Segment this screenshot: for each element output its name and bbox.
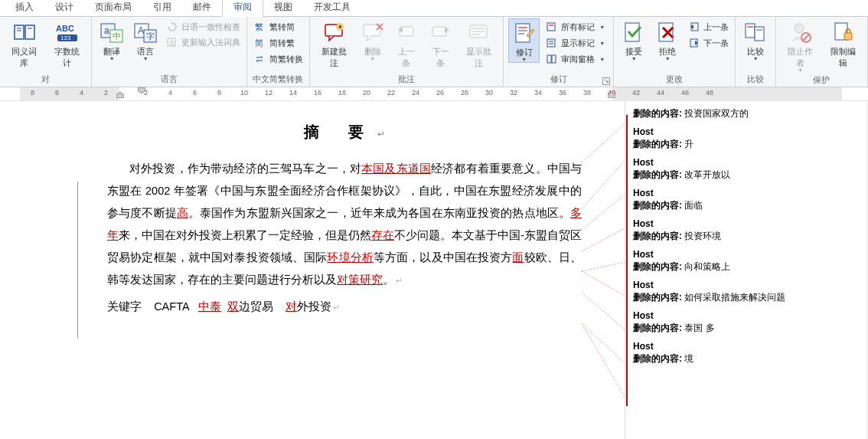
group-proofing: 同义词库 ABC123 字数统计 对: [0, 17, 92, 87]
svg-line-61: [582, 228, 625, 251]
svg-rect-50: [755, 27, 764, 41]
revisions-panel[interactable]: 删除的内容: 投资国家双方的 Host删除的内容: 升 Host删除的内容: 改…: [625, 101, 866, 439]
track-icon: [512, 21, 537, 45]
prev-comment-button[interactable]: 上一条: [391, 18, 423, 69]
block-authors-button[interactable]: 阻止作者 ▼: [781, 18, 821, 73]
svg-text:字: 字: [146, 31, 155, 41]
chevron-down-icon: ▼: [753, 56, 759, 61]
prev-icon: [688, 21, 700, 33]
markup-vertical-bar: [626, 115, 628, 406]
translate-icon: a中: [100, 20, 124, 44]
svg-rect-41: [547, 55, 551, 63]
revision-item[interactable]: Host删除的内容: 投资环境: [633, 218, 859, 243]
prev-change-button[interactable]: 上一条: [686, 20, 731, 34]
change-bar: [77, 182, 78, 339]
group-tracking: 修订 ▼ 所有标记▼ 显示标记▼ 审阅窗格▼ 修订↘: [504, 17, 614, 87]
display-for-review-dropdown[interactable]: 所有标记▼: [543, 20, 609, 34]
wordcount-button[interactable]: ABC123 字数统计: [47, 18, 87, 69]
ime-update-button[interactable]: あ更新输入法词典: [164, 35, 243, 49]
svg-line-58: [582, 124, 625, 162]
tab-review[interactable]: 审阅: [222, 0, 263, 17]
right-indent-icon[interactable]: [608, 92, 615, 98]
compare-button[interactable]: 比较 ▼: [740, 18, 771, 61]
new-comment-button[interactable]: ✦ 新建批注: [315, 18, 354, 69]
ribbon-tabs: 插入 设计 页面布局 引用 邮件 审阅 视图 开发工具: [0, 0, 868, 17]
svg-line-63: [582, 271, 625, 296]
s2t-icon: 简: [254, 37, 266, 49]
document-page[interactable]: 摘 要↵ 对外投资，作为带动经济的三驾马车之一，对本国及东道国经济都有着重要意义…: [0, 101, 625, 439]
svg-rect-49: [746, 24, 755, 38]
paragraph-body: 对外投资，作为带动经济的三驾马车之一，对本国及东道国经济都有着重要意义。中国与东…: [107, 158, 582, 291]
revision-item[interactable]: Host删除的内容: 境: [633, 341, 859, 365]
conv-button[interactable]: 简繁转换: [252, 52, 305, 66]
review-pane-icon: [546, 53, 558, 65]
tab-view[interactable]: 视图: [263, 0, 303, 16]
keywords-line: 关键字 CAFTA 中泰 双边贸易 对外投资↵: [107, 296, 582, 318]
show-markup-dropdown[interactable]: 显示标记▼: [543, 36, 609, 50]
svg-text:a: a: [104, 25, 109, 36]
markup-connectors: [582, 101, 625, 439]
svg-line-66: [582, 323, 625, 397]
svg-text:中: 中: [113, 31, 121, 41]
revision-item[interactable]: Host删除的内容: 向和策略上: [633, 249, 859, 274]
jp-consistency-button[interactable]: 日语一致性检查: [164, 20, 243, 34]
revision-item[interactable]: Host删除的内容: 泰国 多: [633, 310, 859, 335]
tab-insert[interactable]: 插入: [5, 0, 44, 16]
next-icon: [688, 37, 700, 49]
chevron-down-icon: ▼: [109, 56, 115, 61]
svg-line-64: [582, 293, 625, 329]
show-comments-button[interactable]: 显示批注: [459, 18, 498, 69]
s2t-button[interactable]: 简简转繁: [252, 36, 305, 50]
reject-button[interactable]: 拒绝 ▼: [652, 18, 683, 61]
tab-mailings[interactable]: 邮件: [182, 0, 222, 16]
svg-rect-42: [552, 55, 556, 63]
revision-item[interactable]: Host删除的内容: 改革开放以: [633, 157, 859, 182]
revision-item[interactable]: Host删除的内容: 面临: [633, 188, 859, 212]
group-protect: 阻止作者 ▼ 限制编辑 保护: [776, 17, 868, 87]
tab-design[interactable]: 设计: [44, 0, 84, 16]
delete-comment-icon: [361, 20, 385, 44]
tab-references[interactable]: 引用: [142, 0, 182, 16]
t2s-button[interactable]: 繁繁转简: [252, 20, 305, 34]
accept-button[interactable]: 接受 ▼: [618, 18, 649, 61]
next-comment-button[interactable]: 下一条: [425, 18, 456, 69]
group-comments: ✦ 新建批注 删除 ▼ 上一条 下一条 显示批注 批注: [310, 17, 504, 87]
chevron-down-icon: ▼: [631, 56, 637, 61]
svg-line-60: [582, 195, 625, 230]
svg-rect-57: [844, 33, 852, 40]
dialog-launcher-icon[interactable]: ↘: [602, 77, 610, 85]
svg-point-53: [795, 24, 804, 33]
revision-item[interactable]: Host删除的内容: 升: [633, 126, 859, 151]
heading-abstract: 摘 要↵: [107, 116, 582, 147]
horizontal-ruler[interactable]: 8 6 4 2 2 4 6 8 10 12 14 16 18 20 22 24 …: [0, 87, 868, 101]
review-pane-dropdown[interactable]: 审阅窗格▼: [543, 52, 609, 66]
new-comment-icon: ✦: [322, 20, 347, 44]
next-change-button[interactable]: 下一条: [686, 36, 731, 50]
next-comment-icon: [429, 20, 453, 44]
language-button[interactable]: A字 语言 ▼: [130, 18, 161, 61]
svg-rect-23: [364, 25, 380, 36]
chevron-down-icon: ▼: [521, 57, 527, 62]
translate-button[interactable]: a中 翻译 ▼: [96, 18, 127, 61]
restrict-edit-button[interactable]: 限制编辑: [823, 18, 863, 69]
revision-item[interactable]: Host删除的内容: 如何采取措施来解决问题: [633, 280, 859, 304]
svg-rect-27: [432, 27, 446, 36]
show-comments-icon: [467, 20, 491, 44]
svg-line-59: [582, 161, 625, 208]
revision-item[interactable]: 删除的内容: 投资国家双方的: [633, 107, 859, 120]
book-icon: [12, 20, 37, 44]
track-changes-button[interactable]: 修订 ▼: [508, 18, 540, 63]
ribbon: 同义词库 ABC123 字数统计 对 a中 翻译 ▼ A字 语言 ▼ 日语一致性…: [0, 17, 868, 87]
language-icon: A字: [133, 20, 158, 44]
thesaurus-button[interactable]: 同义词库: [5, 18, 44, 69]
chevron-down-icon: ▼: [370, 56, 375, 61]
svg-rect-38: [547, 39, 555, 47]
svg-text:ABC: ABC: [56, 24, 74, 33]
tab-developer[interactable]: 开发工具: [303, 0, 361, 16]
delete-comment-button[interactable]: 删除 ▼: [357, 18, 388, 61]
tab-layout[interactable]: 页面布局: [84, 0, 142, 16]
indent-marker-icon[interactable]: [116, 92, 124, 98]
prev-comment-icon: [394, 20, 419, 44]
svg-line-65: [582, 323, 625, 363]
dictionary-icon: あ: [166, 36, 178, 48]
